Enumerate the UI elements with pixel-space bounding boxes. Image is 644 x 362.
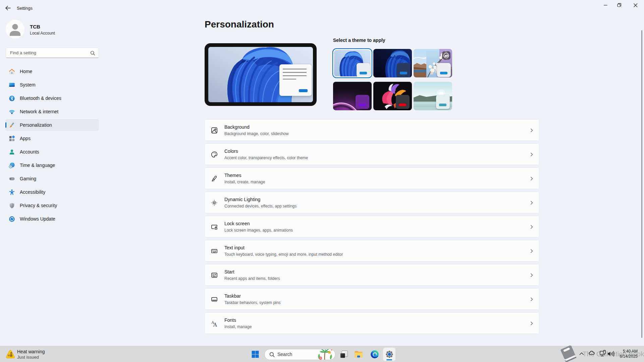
svg-text:A: A	[213, 322, 217, 327]
